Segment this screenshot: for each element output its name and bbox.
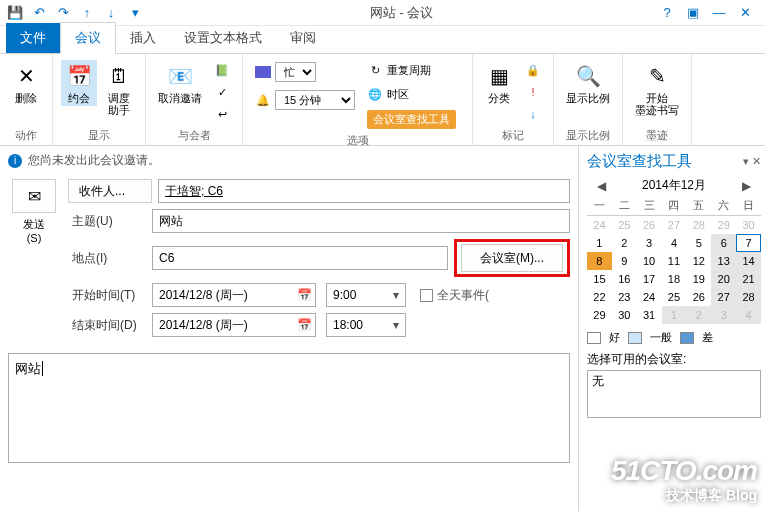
help-icon[interactable]: ?: [657, 5, 677, 20]
low-importance-button[interactable]: ↓: [521, 104, 545, 124]
next-month-icon[interactable]: ▶: [736, 179, 757, 193]
calendar-day[interactable]: 31: [637, 306, 662, 324]
tab-review[interactable]: 审阅: [276, 23, 330, 53]
end-date-input[interactable]: [153, 314, 293, 336]
calendar-dropdown-icon[interactable]: 📅: [293, 318, 315, 332]
address-book-button[interactable]: 📗: [210, 60, 234, 80]
calendar-day[interactable]: 24: [637, 288, 662, 306]
categorize-button[interactable]: ▦ 分类: [481, 60, 517, 106]
dropdown-icon[interactable]: ▾: [387, 288, 405, 302]
calendar-day[interactable]: 28: [686, 216, 711, 234]
tab-format[interactable]: 设置文本格式: [170, 23, 276, 53]
finder-close-icon[interactable]: ✕: [752, 155, 761, 167]
calendar-day[interactable]: 15: [587, 270, 612, 288]
calendar-day[interactable]: 7: [736, 234, 761, 252]
timezone-button[interactable]: 🌐时区: [363, 84, 460, 104]
to-button[interactable]: 收件人...: [68, 179, 152, 203]
start-time-input[interactable]: [327, 284, 387, 306]
calendar-day[interactable]: 29: [711, 216, 736, 234]
scheduling-assistant-button[interactable]: 🗓 调度 助手: [101, 60, 137, 118]
calendar-day[interactable]: 3: [637, 234, 662, 252]
calendar-day[interactable]: 8: [587, 252, 612, 270]
qat-more-icon[interactable]: ▾: [124, 2, 146, 24]
delete-button[interactable]: ✕ 删除: [8, 60, 44, 106]
calendar-day[interactable]: 20: [711, 270, 736, 288]
save-icon[interactable]: 💾: [4, 2, 26, 24]
calendar-day[interactable]: 4: [736, 306, 761, 324]
reminder-selector[interactable]: 🔔 15 分钟: [251, 88, 359, 112]
to-field[interactable]: 于培智; C6: [158, 179, 570, 203]
calendar-day[interactable]: 18: [662, 270, 687, 288]
tab-insert[interactable]: 插入: [116, 23, 170, 53]
subject-input[interactable]: [152, 209, 570, 233]
dropdown-icon[interactable]: ▾: [387, 318, 405, 332]
end-date-picker[interactable]: 📅: [152, 313, 316, 337]
available-rooms-list[interactable]: 无: [587, 370, 761, 418]
start-date-picker[interactable]: 📅: [152, 283, 316, 307]
calendar-day[interactable]: 4: [662, 234, 687, 252]
prev-item-icon[interactable]: ↑: [76, 2, 98, 24]
calendar-day[interactable]: 26: [637, 216, 662, 234]
calendar-day[interactable]: 17: [637, 270, 662, 288]
calendar-day[interactable]: 27: [711, 288, 736, 306]
calendar-day[interactable]: 5: [686, 234, 711, 252]
body-editor[interactable]: 网站: [8, 353, 570, 463]
calendar-day[interactable]: 12: [686, 252, 711, 270]
calendar-day[interactable]: 2: [612, 234, 637, 252]
calendar-day[interactable]: 1: [587, 234, 612, 252]
minimize-icon[interactable]: —: [709, 5, 729, 20]
send-button[interactable]: ✉: [12, 179, 56, 213]
calendar-grid[interactable]: 2425262728293012345678910111213141516171…: [587, 216, 761, 324]
calendar-day[interactable]: 11: [662, 252, 687, 270]
calendar-day[interactable]: 26: [686, 288, 711, 306]
end-time-input[interactable]: [327, 314, 387, 336]
recurrence-button[interactable]: ↻重复周期: [363, 60, 460, 80]
cancel-invite-button[interactable]: 📧 取消邀请: [154, 60, 206, 106]
calendar-day[interactable]: 30: [612, 306, 637, 324]
calendar-day[interactable]: 10: [637, 252, 662, 270]
prev-month-icon[interactable]: ◀: [591, 179, 612, 193]
finder-dropdown-icon[interactable]: ▾: [743, 155, 749, 167]
calendar-day[interactable]: 21: [736, 270, 761, 288]
showas-selector[interactable]: 忙: [251, 60, 359, 84]
appointment-button[interactable]: 📅 约会: [61, 60, 97, 106]
calendar-dropdown-icon[interactable]: 📅: [293, 288, 315, 302]
calendar-day[interactable]: 25: [612, 216, 637, 234]
redo-icon[interactable]: ↷: [52, 2, 74, 24]
calendar-day[interactable]: 6: [711, 234, 736, 252]
tab-file[interactable]: 文件: [6, 23, 60, 53]
calendar-day[interactable]: 9: [612, 252, 637, 270]
private-button[interactable]: 🔒: [521, 60, 545, 80]
calendar-day[interactable]: 28: [736, 288, 761, 306]
calendar-day[interactable]: 2: [686, 306, 711, 324]
calendar-day[interactable]: 19: [686, 270, 711, 288]
end-time-combo[interactable]: ▾: [326, 313, 406, 337]
check-names-button[interactable]: ✓: [210, 82, 234, 102]
undo-icon[interactable]: ↶: [28, 2, 50, 24]
showas-select[interactable]: 忙: [275, 62, 316, 82]
start-date-input[interactable]: [153, 284, 293, 306]
calendar-day[interactable]: 29: [587, 306, 612, 324]
location-input[interactable]: [152, 246, 448, 270]
allday-checkbox[interactable]: 全天事件(: [420, 287, 489, 304]
calendar-day[interactable]: 23: [612, 288, 637, 306]
calendar-day[interactable]: 16: [612, 270, 637, 288]
close-icon[interactable]: ✕: [735, 5, 755, 20]
tab-meeting[interactable]: 会议: [60, 22, 116, 54]
ribbon-toggle-icon[interactable]: ▣: [683, 5, 703, 20]
calendar-day[interactable]: 30: [736, 216, 761, 234]
start-time-combo[interactable]: ▾: [326, 283, 406, 307]
zoom-button[interactable]: 🔍 显示比例: [562, 60, 614, 106]
calendar-day[interactable]: 13: [711, 252, 736, 270]
ink-button[interactable]: ✎ 开始 墨迹书写: [631, 60, 683, 118]
high-importance-button[interactable]: !: [521, 82, 545, 102]
calendar-day[interactable]: 25: [662, 288, 687, 306]
response-options-button[interactable]: ↩: [210, 104, 234, 124]
calendar-day[interactable]: 3: [711, 306, 736, 324]
calendar-day[interactable]: 27: [662, 216, 687, 234]
reminder-select[interactable]: 15 分钟: [275, 90, 355, 110]
calendar-day[interactable]: 24: [587, 216, 612, 234]
calendar-day[interactable]: 1: [662, 306, 687, 324]
calendar-day[interactable]: 14: [736, 252, 761, 270]
roomfinder-tool-button[interactable]: 会议室查找工具: [363, 108, 460, 131]
